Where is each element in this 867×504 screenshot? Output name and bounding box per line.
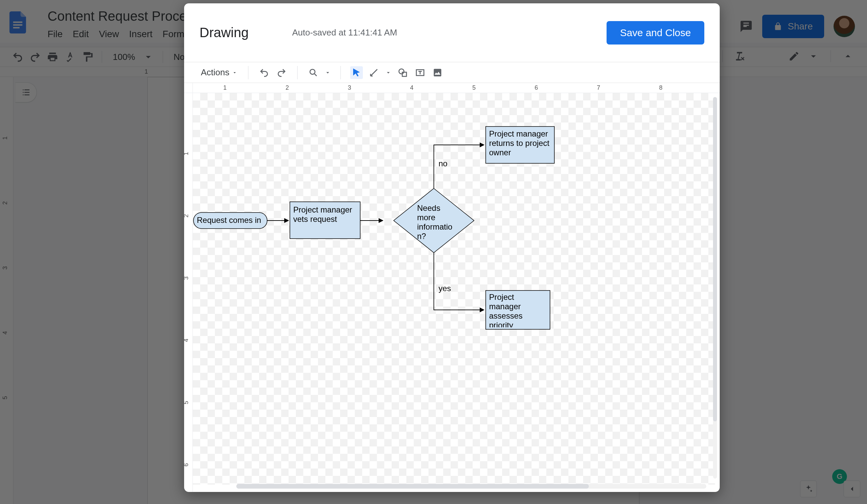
redo-icon[interactable]	[275, 66, 288, 79]
zoom-icon[interactable]	[307, 66, 320, 79]
flowchart-svg: no yes Request comes in Project manager …	[193, 93, 715, 485]
actions-menu[interactable]: Actions	[200, 65, 239, 80]
drawing-v-ruler[interactable]: 1 2 3 4 5 6	[184, 93, 193, 492]
textbox-tool-icon[interactable]	[414, 66, 427, 79]
canvas-h-scrollbar[interactable]	[236, 484, 706, 489]
save-and-close-button[interactable]: Save and Close	[607, 21, 704, 44]
drawing-canvas[interactable]: no yes Request comes in Project manager …	[193, 93, 720, 492]
drawing-toolbar: Actions	[184, 62, 720, 83]
drawing-dialog: Drawing Auto-saved at 11:41:41 AM Save a…	[184, 3, 720, 492]
node-decision[interactable]: Needs more information?	[394, 189, 474, 253]
chevron-down-icon[interactable]	[385, 66, 392, 79]
dialog-v-scrollbar[interactable]	[713, 97, 717, 479]
dialog-header: Drawing Auto-saved at 11:41:41 AM Save a…	[184, 3, 720, 62]
edge-label-no[interactable]: no	[439, 159, 448, 168]
select-tool-icon[interactable]	[350, 66, 363, 79]
svg-point-3	[310, 69, 315, 74]
node-assess[interactable]: Project manager assesses priority	[486, 290, 550, 329]
chevron-down-icon	[232, 70, 237, 75]
edge-label-yes[interactable]: yes	[439, 284, 451, 293]
chevron-down-icon[interactable]	[324, 66, 331, 79]
edge-decision-yes[interactable]	[434, 251, 484, 310]
svg-text:Request comes in: Request comes in	[197, 215, 261, 225]
image-tool-icon[interactable]	[431, 66, 444, 79]
drawing-h-ruler[interactable]: 1 2 3 4 5 6 7 8	[193, 83, 720, 93]
node-vet[interactable]: Project manager vets request	[290, 202, 360, 239]
dialog-title: Drawing	[200, 25, 249, 40]
undo-icon[interactable]	[258, 66, 270, 79]
shape-tool-icon[interactable]	[396, 66, 409, 79]
autosave-status: Auto-saved at 11:41:41 AM	[292, 28, 397, 38]
node-return[interactable]: Project manager returns to project owner	[486, 127, 554, 163]
drawing-ruler-row: 1 2 3 4 5 6 7 8	[184, 83, 720, 93]
line-tool-icon[interactable]	[367, 66, 380, 79]
node-start[interactable]: Request comes in	[193, 213, 267, 228]
svg-point-4	[399, 68, 404, 74]
